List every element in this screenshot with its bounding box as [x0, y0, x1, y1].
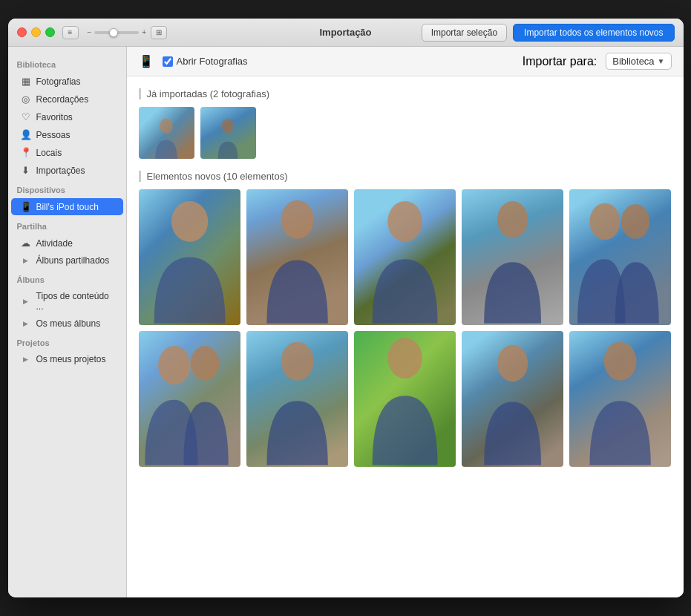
already-imported-section: Já importadas (2 fotografias) — [139, 88, 672, 159]
toolbar-controls: ≡ − + ⊞ — [62, 26, 168, 39]
sidebar-item-pessoas[interactable]: 👤 Pessoas — [11, 126, 123, 143]
svg-point-4 — [387, 201, 422, 242]
new-photo-7[interactable] — [246, 331, 348, 467]
new-photo-9[interactable] — [462, 331, 563, 467]
new-photo-6[interactable] — [139, 331, 240, 467]
arrow-albuns-icon: ▶ — [20, 320, 32, 327]
sidebar-fotografias-label: Fotografias — [36, 76, 81, 87]
photo-person-6 — [139, 331, 240, 467]
new-photo-8[interactable] — [354, 331, 456, 467]
import-to-text: Importar para: — [523, 55, 597, 68]
sidebar-item-favoritos[interactable]: ♡ Favoritos — [11, 108, 123, 125]
new-photo-5[interactable] — [569, 189, 671, 325]
sidebar-meus-projetos-label: Os meus projetos — [36, 354, 106, 364]
photo-person-1 — [139, 189, 240, 325]
already-imported-grid — [139, 107, 672, 159]
person-silhouette-1 — [147, 115, 186, 160]
svg-point-3 — [281, 200, 313, 239]
svg-point-5 — [497, 201, 528, 237]
minimize-button[interactable] — [31, 27, 41, 37]
sidebar-toggle-button[interactable]: ≡ — [62, 26, 79, 39]
new-photo-4[interactable] — [462, 189, 563, 325]
photo-person-10 — [569, 331, 671, 467]
svg-point-9 — [190, 346, 218, 381]
sidebar-recordacoes-label: Recordações — [36, 94, 89, 105]
sidebar-item-importacoes[interactable]: ⬇ Importações — [11, 162, 123, 179]
sidebar-importacoes-label: Importações — [36, 166, 85, 176]
zoom-slider-control[interactable]: − + — [88, 28, 147, 36]
photo-person-3 — [354, 189, 456, 325]
already-imported-photo-1[interactable] — [139, 107, 194, 159]
sidebar-pessoas-label: Pessoas — [36, 130, 71, 140]
maximize-button[interactable] — [45, 27, 55, 37]
photos-content: Já importadas (2 fotografias) — [127, 76, 684, 597]
arrow-right-icon: ▶ — [20, 257, 32, 264]
dispositivos-section-label: Dispositivos — [8, 180, 126, 197]
memories-icon: ◎ — [20, 94, 32, 105]
app-window: ≡ − + ⊞ Importação Importar seleção Impo… — [8, 19, 684, 597]
albuns-section-label: Álbuns — [8, 269, 126, 287]
svg-point-1 — [222, 119, 234, 133]
photo-person-2 — [246, 189, 348, 325]
close-button[interactable] — [17, 27, 27, 37]
sidebar-meus-albuns-label: Os meus álbuns — [36, 318, 101, 329]
import-destination-dropdown[interactable]: Biblioteca ▼ — [606, 53, 671, 70]
sidebar-item-recordacoes[interactable]: ◎ Recordações — [11, 91, 123, 108]
import-selection-button[interactable]: Importar seleção — [422, 24, 507, 42]
svg-point-6 — [590, 203, 620, 240]
photo-person-8 — [354, 331, 456, 467]
open-photos-label[interactable]: Abrir Fotografias — [163, 56, 248, 67]
arrow-tipos-icon: ▶ — [20, 298, 32, 305]
photo-person-7 — [246, 331, 348, 467]
window-title: Importação — [319, 27, 371, 38]
sidebar-item-albuns-partilhados[interactable]: ▶ Álbuns partilhados — [11, 252, 123, 269]
svg-point-12 — [497, 345, 528, 381]
photo-person-4 — [462, 189, 563, 325]
sidebar-tipos-conteudo-label: Tipos de conteúdo ... — [36, 291, 114, 312]
sidebar-bills-ipod-label: Bill's iPod touch — [36, 202, 99, 212]
sidebar-item-tipos-conteudo[interactable]: ▶ Tipos de conteúdo ... — [11, 288, 123, 315]
person-silhouette-2 — [209, 115, 248, 160]
people-icon: 👤 — [20, 129, 32, 140]
sidebar-item-meus-albuns[interactable]: ▶ Os meus álbuns — [11, 315, 123, 332]
sidebar-favoritos-label: Favoritos — [36, 112, 73, 122]
titlebar-actions: Importar seleção Importar todos os eleme… — [422, 24, 675, 42]
svg-point-13 — [604, 342, 637, 381]
svg-point-8 — [158, 346, 191, 384]
import-all-button[interactable]: Importar todos os elementos novos — [513, 24, 674, 42]
new-photo-1[interactable] — [139, 189, 240, 325]
sidebar-item-locais[interactable]: 📍 Locais — [11, 144, 123, 161]
new-photo-3[interactable] — [354, 189, 456, 325]
photo-person-9 — [462, 331, 563, 467]
traffic-lights — [17, 27, 55, 37]
partilha-section-label: Partilha — [8, 216, 126, 234]
svg-point-10 — [281, 342, 313, 381]
sidebar-atividade-label: Atividade — [36, 238, 73, 249]
new-photo-10[interactable] — [569, 331, 671, 467]
already-imported-photo-2[interactable] — [200, 107, 256, 159]
location-icon: 📍 — [20, 147, 32, 158]
new-elements-grid — [139, 189, 672, 467]
heart-icon: ♡ — [20, 111, 32, 122]
svg-point-7 — [621, 204, 649, 239]
sidebar-item-fotografias[interactable]: ▦ Fotografias — [11, 73, 123, 90]
sidebar-locais-label: Locais — [36, 148, 62, 158]
biblioteca-section-label: Biblioteca — [8, 54, 126, 72]
open-photos-checkbox[interactable] — [163, 56, 173, 67]
zoom-slider-track — [94, 31, 139, 34]
projetos-section-label: Projetos — [8, 332, 126, 350]
import-destination-value: Biblioteca — [612, 56, 654, 67]
sidebar: Biblioteca ▦ Fotografias ◎ Recordações ♡… — [8, 47, 127, 597]
content-area: 📱 Abrir Fotografias Importar para: Bibli… — [127, 47, 684, 597]
view-toggle-button[interactable]: ⊞ — [151, 26, 167, 39]
new-photo-2[interactable] — [246, 189, 348, 325]
grid-icon: ▦ — [20, 76, 32, 87]
titlebar: ≡ − + ⊞ Importação Importar seleção Impo… — [8, 19, 684, 47]
sidebar-item-meus-projetos[interactable]: ▶ Os meus projetos — [11, 351, 123, 367]
sidebar-item-bills-ipod[interactable]: 📱 Bill's iPod touch — [11, 198, 123, 215]
sidebar-item-atividade[interactable]: ☁ Atividade — [11, 235, 123, 252]
device-small-icon: 📱 — [139, 54, 154, 68]
cloud-icon: ☁ — [20, 237, 32, 249]
svg-point-0 — [160, 118, 173, 134]
already-imported-header: Já importadas (2 fotografias) — [139, 88, 672, 99]
